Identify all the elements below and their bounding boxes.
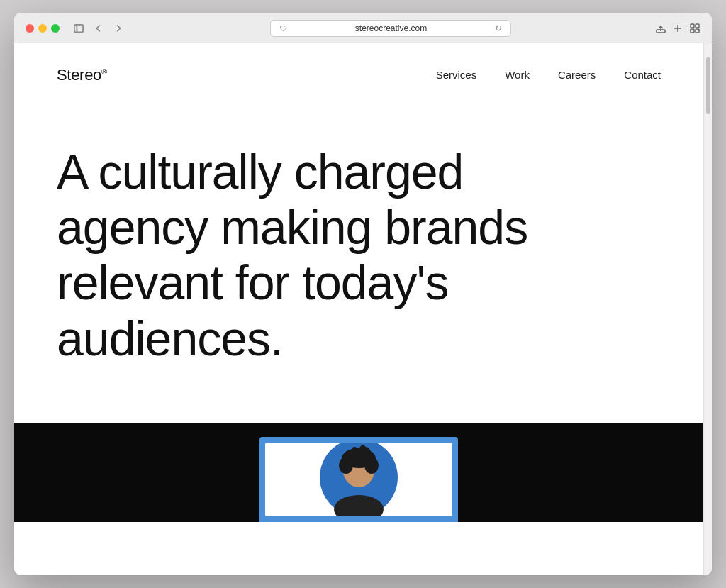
new-tab-button[interactable] [672,23,683,34]
nav-item-work[interactable]: Work [505,69,530,82]
traffic-lights [26,24,60,33]
url-text: stereocreative.com [291,23,491,33]
sidebar-toggle-button[interactable] [71,22,86,35]
nav-link-contact[interactable]: Contact [624,69,661,81]
nav-link-work[interactable]: Work [505,69,530,81]
address-bar[interactable]: 🛡 stereocreative.com ↻ [270,20,511,37]
hero-section: A culturally charged agency making brand… [14,101,703,423]
nav-link-careers[interactable]: Careers [558,69,596,81]
browser-actions [655,23,700,34]
minimize-button[interactable] [38,24,47,33]
logo-text: Stereo [57,66,101,84]
logo-trademark: ® [101,67,107,76]
dark-section [14,423,703,522]
browser-content: Stereo® Services Work Careers Contact A … [14,43,703,575]
security-icon: 🛡 [279,24,287,33]
refresh-icon[interactable]: ↻ [495,23,502,33]
hero-headline: A culturally charged agency making brand… [57,144,581,366]
back-button[interactable] [91,22,106,35]
svg-rect-6 [691,24,694,28]
card-preview [259,437,458,522]
scrollbar[interactable] [703,43,712,575]
site-nav: Stereo® Services Work Careers Contact [14,43,703,101]
address-bar-wrapper: 🛡 stereocreative.com ↻ [133,20,648,37]
forward-button[interactable] [111,22,126,35]
nav-item-careers[interactable]: Careers [558,69,596,82]
browser-body: Stereo® Services Work Careers Contact A … [14,43,712,575]
browser-controls [71,22,126,35]
site-logo[interactable]: Stereo® [57,66,107,84]
svg-rect-8 [691,29,694,33]
nav-links: Services Work Careers Contact [436,69,661,82]
person-illustration [316,443,401,516]
nav-item-contact[interactable]: Contact [624,69,661,82]
browser-window: 🛡 stereocreative.com ↻ Ster [14,13,712,575]
nav-item-services[interactable]: Services [436,69,477,82]
maximize-button[interactable] [51,24,60,33]
close-button[interactable] [26,24,34,33]
grid-view-button[interactable] [689,23,700,34]
scrollbar-thumb[interactable] [706,57,710,114]
browser-chrome: 🛡 stereocreative.com ↻ [14,13,712,43]
card-inner [265,443,452,516]
svg-rect-0 [74,25,83,33]
website: Stereo® Services Work Careers Contact A … [14,43,703,575]
svg-rect-7 [696,24,699,28]
svg-rect-9 [696,29,699,33]
nav-link-services[interactable]: Services [436,69,477,81]
share-button[interactable] [655,23,666,34]
